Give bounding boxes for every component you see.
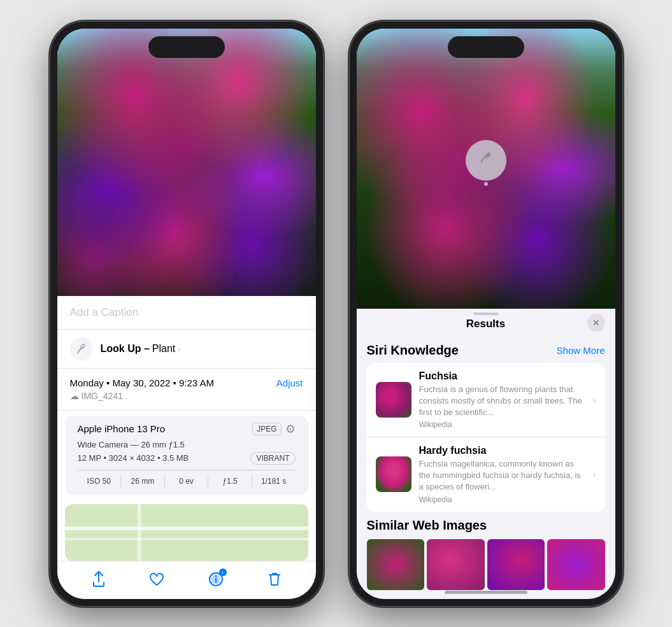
fuchsia-source: Wikipedia xyxy=(419,420,585,429)
caption-area[interactable]: Add a Caption xyxy=(57,296,316,330)
leaf-icon xyxy=(75,342,88,355)
lookup-section[interactable]: Look Up – Plant › xyxy=(57,330,316,369)
fuchsia-text: Fuchsia Fuchsia is a genus of flowering … xyxy=(419,370,585,430)
similar-image-1[interactable] xyxy=(367,539,425,590)
settings-icon[interactable]: ⚙ xyxy=(285,422,296,436)
hardy-fuchsia-name: Hardy fuchsia xyxy=(419,445,585,456)
left-phone: Add a Caption Look Up – Plant › xyxy=(50,21,324,607)
drag-handle[interactable] xyxy=(473,313,499,315)
hardy-fuchsia-text: Hardy fuchsia Fuchsia magellanica, commo… xyxy=(419,445,585,504)
lookup-plain-text: Plant xyxy=(152,343,175,355)
left-phone-screen: Add a Caption Look Up – Plant › xyxy=(57,29,316,599)
knowledge-card: Fuchsia Fuchsia is a genus of flowering … xyxy=(367,363,605,512)
adjust-button[interactable]: Adjust xyxy=(276,377,303,388)
knowledge-item-hardy-fuchsia[interactable]: Hardy fuchsia Fuchsia magellanica, commo… xyxy=(367,437,605,512)
device-section: Apple iPhone 13 Pro JPEG ⚙ Wide Camera —… xyxy=(65,416,308,494)
exif-ev: 0 ev xyxy=(165,476,209,487)
similar-web-section: Similar Web Images xyxy=(367,518,605,590)
similar-image-3[interactable] xyxy=(487,539,545,590)
similar-image-2[interactable] xyxy=(427,539,485,590)
siri-dot xyxy=(484,182,488,186)
left-screen-content: Add a Caption Look Up – Plant › xyxy=(57,29,316,599)
hardy-fuchsia-source: Wikipedia xyxy=(419,495,585,504)
caption-placeholder[interactable]: Add a Caption xyxy=(70,306,139,318)
exif-iso: ISO 50 xyxy=(78,476,122,487)
right-home-indicator xyxy=(445,591,527,594)
results-title: Results xyxy=(466,318,505,330)
show-more-button[interactable]: Show More xyxy=(557,345,605,356)
lookup-icon-container xyxy=(70,337,93,360)
results-close-button[interactable]: ✕ xyxy=(587,314,605,332)
right-photo-section[interactable] xyxy=(357,29,615,309)
photo-section[interactable] xyxy=(57,29,316,296)
fuchsia-name: Fuchsia xyxy=(419,370,585,382)
lookup-bold-text: Look Up – xyxy=(101,343,150,355)
camera-description: Wide Camera — 26 mm ƒ1.5 xyxy=(78,440,296,449)
fuchsia-thumbnail xyxy=(376,382,411,418)
exif-focal: 26 mm xyxy=(121,476,165,487)
fuchsia-thumb-image xyxy=(376,382,411,418)
map-background xyxy=(65,504,308,561)
exif-row: ISO 50 26 mm 0 ev ƒ1.5 1/181 s xyxy=(78,470,296,487)
info-button[interactable]: i xyxy=(208,571,224,591)
device-badges: JPEG ⚙ xyxy=(252,422,295,436)
lookup-label[interactable]: Look Up – Plant › xyxy=(101,343,181,355)
photo-date: Monday • May 30, 2022 • 9:23 AM xyxy=(70,377,214,388)
siri-leaf-icon xyxy=(476,150,496,171)
exif-aperture: ƒ1.5 xyxy=(208,476,252,487)
right-phone: Results ✕ Siri Knowledge Show More xyxy=(349,21,623,607)
results-content[interactable]: Siri Knowledge Show More Fuchsia xyxy=(357,337,615,599)
filename-text: IMG_4241 xyxy=(82,391,123,401)
fuchsia-chevron: › xyxy=(593,395,596,405)
dynamic-island xyxy=(148,36,225,58)
share-button[interactable] xyxy=(92,571,106,591)
close-icon: ✕ xyxy=(592,318,600,328)
filename-row: ☁ IMG_4241 xyxy=(70,391,303,401)
info-badge: i xyxy=(219,568,227,576)
fuchsia-description: Fuchsia is a genus of flowering plants t… xyxy=(419,384,585,419)
format-badge: JPEG xyxy=(252,423,281,435)
phones-container: Add a Caption Look Up – Plant › xyxy=(50,21,623,607)
similar-web-title: Similar Web Images xyxy=(367,518,605,533)
siri-bubble[interactable] xyxy=(466,140,506,181)
hardy-fuchsia-chevron: › xyxy=(593,469,596,479)
svg-point-1 xyxy=(215,575,217,577)
right-dynamic-island xyxy=(448,36,524,58)
camera-specs: 12 MP • 3024 × 4032 • 3.5 MB xyxy=(78,453,189,463)
right-phone-screen: Results ✕ Siri Knowledge Show More xyxy=(357,29,615,599)
lookup-chevron: › xyxy=(178,344,181,354)
results-header: Results ✕ xyxy=(357,309,615,337)
home-indicator xyxy=(145,591,228,594)
flower-photo xyxy=(57,29,316,296)
siri-knowledge-header: Siri Knowledge Show More xyxy=(367,337,605,363)
knowledge-item-fuchsia[interactable]: Fuchsia Fuchsia is a genus of flowering … xyxy=(367,363,605,438)
right-screen-content: Results ✕ Siri Knowledge Show More xyxy=(357,29,615,599)
map-section[interactable] xyxy=(65,504,308,561)
device-name: Apple iPhone 13 Pro xyxy=(78,423,166,434)
hardy-fuchsia-thumb-image xyxy=(376,456,411,492)
siri-knowledge-title: Siri Knowledge xyxy=(367,343,459,358)
hardy-fuchsia-thumbnail xyxy=(376,456,411,492)
similar-images-grid xyxy=(367,539,605,590)
exif-shutter: 1/181 s xyxy=(252,476,296,487)
delete-button[interactable] xyxy=(268,571,282,591)
cloud-icon: ☁ xyxy=(70,391,79,401)
metadata-section: Monday • May 30, 2022 • 9:23 AM Adjust ☁… xyxy=(57,369,316,411)
filter-badge: VIBRANT xyxy=(250,452,295,465)
results-panel: Results ✕ Siri Knowledge Show More xyxy=(357,309,615,599)
similar-image-4[interactable] xyxy=(547,539,605,590)
hardy-fuchsia-description: Fuchsia magellanica, commonly known as t… xyxy=(419,458,585,493)
like-button[interactable] xyxy=(149,572,164,590)
